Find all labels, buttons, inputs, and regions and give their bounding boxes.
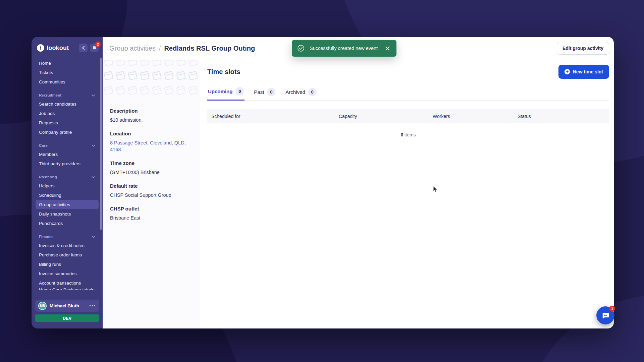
check-circle-icon (297, 45, 305, 52)
detail-time-zone: Time zone (GMT+10:00) Brisbane (110, 160, 193, 176)
column-scheduled-for: Scheduled for (211, 114, 339, 119)
tab-upcoming[interactable]: Upcoming 0 (207, 86, 245, 101)
chevron-down-icon (92, 236, 95, 238)
plus-icon (565, 69, 570, 74)
calendar-pattern-row (103, 60, 200, 69)
calendar-pattern-row (103, 84, 200, 98)
sidebar-item-home[interactable]: Home (36, 58, 99, 68)
section-header-care[interactable]: Care (36, 141, 99, 149)
toast-close-button[interactable] (385, 46, 390, 51)
chevron-down-icon (92, 94, 95, 97)
details-list: Description $10 admission. Location 8 Pa… (103, 108, 200, 221)
main-panel: Group activities / Redlands RSL Group Ou… (103, 37, 614, 328)
toast-message: Successfully created new event (310, 46, 378, 51)
notifications-button[interactable]: 2 (90, 44, 99, 52)
new-time-slot-button[interactable]: New time slot (558, 65, 609, 79)
edit-group-activity-button[interactable]: Edit group activity (557, 42, 609, 55)
sidebar-item-communities[interactable]: Communities (36, 77, 99, 86)
section-header-recruitment[interactable]: Recruitment (36, 91, 99, 99)
app-window: lookout 2 Home Tickets Communities Recru… (32, 37, 614, 328)
app-name: lookout (47, 45, 69, 52)
time-slots-section: Time slots New time slot Upcoming 0 Past… (200, 60, 614, 328)
detail-label: Location (110, 131, 193, 136)
sidebar-item-company-profile[interactable]: Company profile (36, 127, 99, 137)
sidebar-item-billing-runs[interactable]: Billing runs (36, 259, 99, 269)
detail-value: Brisbane East (110, 215, 193, 221)
detail-default-rate: Default rate CHSP Social Support Group (110, 183, 193, 198)
sidebar-item-job-ads[interactable]: Job ads (36, 109, 99, 118)
tab-count-badge: 0 (267, 88, 275, 96)
env-badge: DEV (35, 314, 99, 322)
section-header-finance[interactable]: Finance (36, 233, 99, 241)
sidebar-item-purchase-order-items[interactable]: Purchase order items (36, 250, 99, 259)
detail-value: CHSP Social Support Group (110, 192, 193, 198)
breadcrumb-separator: / (159, 45, 161, 52)
breadcrumb: Group activities / Redlands RSL Group Ou… (109, 45, 255, 52)
sidebar-header: lookout 2 (32, 37, 103, 56)
detail-label: Default rate (110, 183, 193, 189)
sidebar-item-members[interactable]: Members (36, 149, 99, 159)
detail-value: $10 admission. (110, 117, 193, 123)
calendar-pattern (103, 60, 200, 101)
avatar: MB (38, 302, 47, 310)
tab-count-badge: 0 (308, 88, 317, 96)
detail-label: Time zone (110, 160, 193, 166)
sidebar: lookout 2 Home Tickets Communities Recru… (32, 37, 103, 328)
detail-label: Description (110, 108, 193, 114)
sidebar-item-scheduling[interactable]: Scheduling (36, 190, 99, 200)
detail-chsp-outlet: CHSP outlet Brisbane East (110, 206, 193, 221)
detail-value: (GMT+10:00) Brisbane (110, 169, 193, 176)
close-icon (385, 46, 390, 51)
tabs: Upcoming 0 Past 0 Archived 0 (207, 86, 609, 101)
success-toast: Successfully created new event (292, 40, 396, 57)
sidebar-item-invoice-summaries[interactable]: Invoice summaries (36, 269, 99, 278)
chat-launcher-button[interactable]: 1 (596, 306, 614, 324)
section-header-rostering[interactable]: Rostering (36, 173, 99, 181)
page-title: Redlands RSL Group Outing (164, 45, 255, 52)
tab-past[interactable]: Past 0 (253, 86, 276, 101)
user-menu[interactable]: MB Michael Bluth ••• (35, 300, 99, 312)
detail-label: CHSP outlet (110, 206, 193, 212)
new-time-slot-label: New time slot (573, 69, 603, 74)
sidebar-item-punchcards[interactable]: Punchcards (36, 219, 99, 228)
sidebar-item-group-activities[interactable]: Group activities (36, 200, 99, 209)
chevron-down-icon (92, 144, 95, 147)
column-workers: Workers (433, 114, 518, 119)
chevron-down-icon (92, 176, 95, 178)
empty-state: 0 items (207, 132, 609, 137)
sidebar-item-daily-snapshots[interactable]: Daily snapshots (36, 209, 99, 219)
sidebar-item-search-candidates[interactable]: Search candidates (36, 99, 99, 109)
collapse-sidebar-button[interactable] (79, 44, 88, 52)
item-count: 0 (400, 132, 403, 137)
section-title: Time slots (207, 68, 240, 76)
notification-badge: 2 (95, 42, 101, 47)
sidebar-section-rostering: Rostering Helpers Scheduling Group activ… (36, 173, 99, 228)
sidebar-item-account-transactions[interactable]: Account transactions (36, 278, 99, 288)
sidebar-item-truncated[interactable]: Home Care Package admin (36, 288, 99, 290)
details-panel: Description $10 admission. Location 8 Pa… (103, 60, 200, 328)
sidebar-item-helpers[interactable]: Helpers (36, 181, 99, 190)
chevron-left-icon (82, 46, 85, 50)
sidebar-item-requests[interactable]: Requests (36, 118, 99, 127)
lookout-logo-icon (37, 44, 44, 52)
app-logo[interactable]: lookout (37, 44, 69, 52)
breadcrumb-group-activities[interactable]: Group activities (109, 45, 156, 52)
tab-archived[interactable]: Archived 0 (285, 86, 317, 101)
sidebar-scrollbar[interactable] (100, 58, 102, 230)
tab-count-badge: 0 (235, 87, 244, 96)
sidebar-section-recruitment: Recruitment Search candidates Job ads Re… (36, 91, 99, 137)
sidebar-item-tickets[interactable]: Tickets (36, 68, 99, 77)
section-toolbar: Time slots New time slot (207, 64, 609, 79)
location-link[interactable]: 8 Passage Street, Cleveland, QLD, 4163 (110, 139, 193, 153)
item-count-label: items (405, 132, 416, 137)
user-options-icon[interactable]: ••• (89, 303, 96, 308)
sidebar-actions: 2 (79, 44, 99, 52)
tab-label: Archived (285, 89, 305, 95)
bell-icon (92, 46, 97, 50)
sidebar-item-invoices-credit-notes[interactable]: Invoices & credit notes (36, 241, 99, 250)
column-capacity: Capacity (339, 114, 433, 119)
sidebar-item-third-party-providers[interactable]: Third party providers (36, 159, 99, 168)
sidebar-nav: Home Tickets Communities Recruitment Sea… (32, 56, 103, 300)
table-header: Scheduled for Capacity Workers Status (207, 109, 609, 123)
user-name: Michael Bluth (50, 303, 86, 308)
